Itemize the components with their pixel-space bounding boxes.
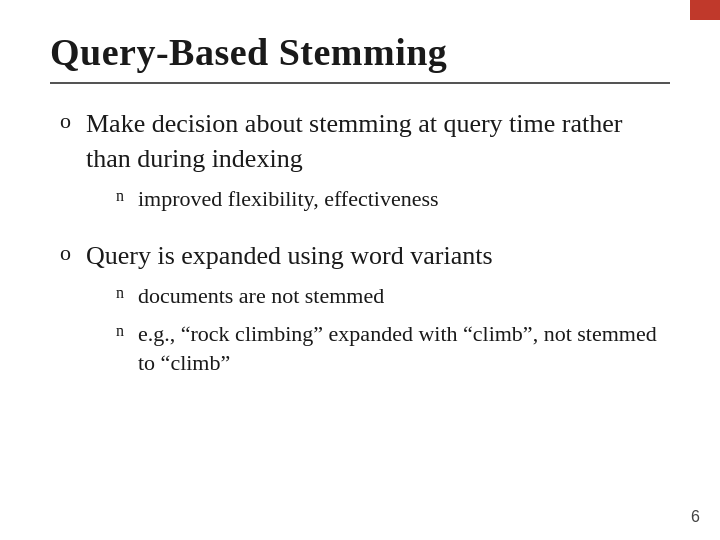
sub-bullet-item-2-2: n e.g., “rock climbing” expanded with “c… [116,319,670,378]
slide-content: o Make decision about stemming at query … [50,106,670,386]
title-area: Query-Based Stemming [50,30,670,84]
bullet-text-2: Query is expanded using word variants [86,241,493,270]
red-corner-decoration [690,0,720,20]
sub-bullet-marker-1-1: n [116,184,138,205]
bullet-item-2: o Query is expanded using word variants … [60,238,670,386]
bullet-text-1: Make decision about stemming at query ti… [86,109,622,173]
sub-bullet-text-2-1: documents are not stemmed [138,281,384,311]
bullet-item-1: o Make decision about stemming at query … [60,106,670,222]
bullet-text-wrapper-1: Make decision about stemming at query ti… [86,106,670,222]
slide-number: 6 [691,508,700,526]
sub-bullet-marker-2-2: n [116,319,138,340]
bullet-marker-2: o [60,238,86,266]
slide: Query-Based Stemming o Make decision abo… [0,0,720,540]
sub-bullets-1: n improved flexibility, effectiveness [86,184,670,214]
sub-bullet-item-2-1: n documents are not stemmed [116,281,670,311]
bullet-text-wrapper-2: Query is expanded using word variants n … [86,238,670,386]
sub-bullet-text-1-1: improved flexibility, effectiveness [138,184,439,214]
sub-bullet-marker-2-1: n [116,281,138,302]
sub-bullet-text-2-2: e.g., “rock climbing” expanded with “cli… [138,319,670,378]
bullet-marker-1: o [60,106,86,134]
title-divider [50,82,670,84]
sub-bullet-item-1-1: n improved flexibility, effectiveness [116,184,670,214]
slide-title: Query-Based Stemming [50,30,670,74]
sub-bullets-2: n documents are not stemmed n e.g., “roc… [86,281,670,378]
